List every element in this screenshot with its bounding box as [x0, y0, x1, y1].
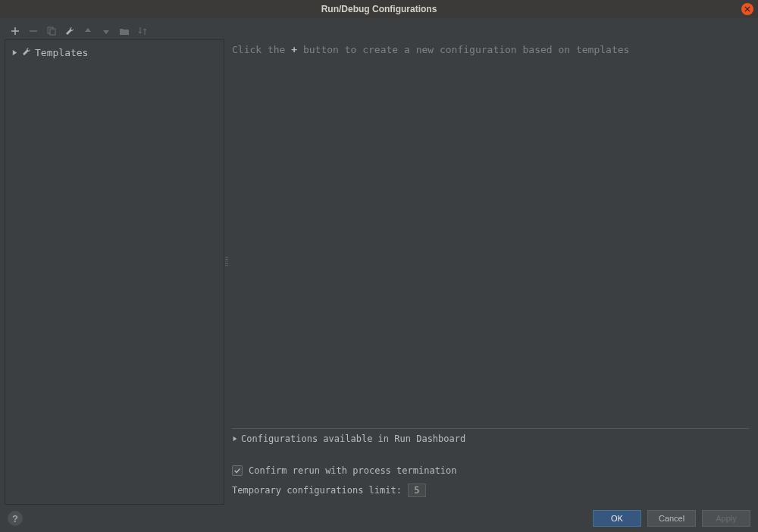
- cancel-button[interactable]: Cancel: [647, 510, 696, 527]
- confirm-rerun-row: Confirm rerun with process termination: [232, 465, 749, 476]
- arrow-up-icon: [83, 26, 93, 36]
- dashboard-label: Configurations available in Run Dashboar…: [241, 433, 465, 444]
- close-button[interactable]: [741, 3, 753, 15]
- footer: ? OK Cancel Apply: [0, 505, 758, 532]
- confirm-rerun-checkbox[interactable]: [232, 465, 243, 476]
- folder-button[interactable]: [118, 25, 130, 37]
- hint-plus: +: [291, 44, 297, 55]
- sort-icon: [137, 26, 148, 36]
- move-up-button[interactable]: [82, 25, 94, 37]
- copy-config-button[interactable]: [45, 25, 58, 37]
- edit-defaults-button[interactable]: [64, 25, 76, 37]
- folder-icon: [119, 26, 130, 36]
- right-pane: Click the + button to create a new confi…: [224, 39, 753, 505]
- help-button[interactable]: ?: [8, 511, 23, 526]
- chevron-right-icon: [232, 433, 238, 444]
- checkmark-icon: [233, 467, 241, 474]
- hint-text: Click the + button to create a new confi…: [232, 44, 749, 55]
- apply-button[interactable]: Apply: [702, 510, 750, 527]
- dialog-body: Templates Click the + button to create a…: [0, 18, 758, 505]
- templates-tree-item[interactable]: Templates: [5, 45, 224, 60]
- svg-rect-1: [50, 29, 55, 35]
- close-icon: [744, 6, 750, 12]
- titlebar: Run/Debug Configurations: [0, 0, 758, 18]
- expand-arrow-icon: [11, 47, 18, 58]
- arrow-down-icon: [101, 26, 111, 36]
- wrench-icon: [64, 26, 75, 36]
- plus-icon: [10, 26, 20, 36]
- hint-prefix: Click the: [232, 44, 285, 55]
- minus-icon: [28, 26, 39, 36]
- remove-config-button[interactable]: [27, 25, 39, 37]
- hint-suffix: button to create a new configuration bas…: [303, 44, 629, 55]
- sort-button[interactable]: [136, 25, 149, 37]
- config-tree[interactable]: Templates: [5, 39, 224, 505]
- limit-label: Temporary configurations limit:: [232, 485, 402, 496]
- copy-icon: [46, 26, 57, 36]
- confirm-rerun-label: Confirm rerun with process termination: [249, 465, 457, 476]
- splitter-handle[interactable]: [224, 256, 229, 267]
- toolbar: [5, 23, 753, 39]
- ok-button[interactable]: OK: [593, 510, 641, 527]
- limit-input[interactable]: [408, 483, 426, 497]
- templates-label: Templates: [35, 47, 88, 58]
- titlebar-title: Run/Debug Configurations: [321, 4, 437, 14]
- limit-row: Temporary configurations limit:: [232, 483, 749, 497]
- separator: [232, 428, 749, 429]
- wrench-icon: [21, 46, 32, 59]
- add-config-button[interactable]: [9, 25, 21, 37]
- content-split: Templates Click the + button to create a…: [5, 39, 753, 505]
- dashboard-disclosure[interactable]: Configurations available in Run Dashboar…: [232, 433, 749, 444]
- move-down-button[interactable]: [100, 25, 112, 37]
- vertical-spacer: [232, 55, 749, 424]
